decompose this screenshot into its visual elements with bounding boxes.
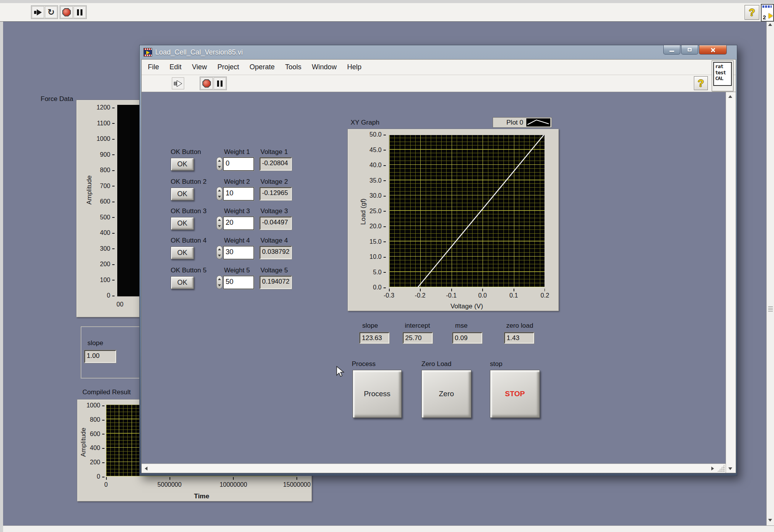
scroll-down-icon[interactable] <box>726 464 735 473</box>
screen-top-edge <box>0 0 774 3</box>
force-y-label: Amplitude <box>86 167 93 213</box>
close-button[interactable] <box>699 45 727 55</box>
context-help-button[interactable]: ? <box>745 5 759 20</box>
weight-spinner-2[interactable] <box>216 187 223 200</box>
weight-label-4: Weight 4 <box>224 237 250 245</box>
decrement-icon[interactable] <box>218 225 221 227</box>
ok-button-1[interactable]: OK <box>171 158 194 171</box>
ytick: 400 <box>100 230 115 236</box>
background-horizontal-scrollbar[interactable] <box>3 525 774 532</box>
voltage-value-4: 0.038792 <box>260 246 292 259</box>
zero-button[interactable]: Zero <box>421 370 471 418</box>
decrement-icon[interactable] <box>218 284 221 286</box>
compiled-x-label: Time <box>171 493 233 500</box>
ytick: 300 <box>100 246 115 252</box>
run-button[interactable] <box>172 77 184 89</box>
plot-legend[interactable]: Plot 0 <box>493 117 552 128</box>
ytick: 1100 <box>97 120 115 127</box>
menu-view[interactable]: View <box>192 63 207 71</box>
voltage-value-3: -0.04497 <box>260 217 292 230</box>
process-button[interactable]: Process <box>353 370 402 418</box>
vi-icon-panel[interactable]: rat test CAL <box>712 60 733 91</box>
ytick: 500 <box>100 214 115 221</box>
ytick: 1000 <box>86 402 104 409</box>
ok-button-5[interactable]: OK <box>171 276 194 289</box>
ok-button-2[interactable]: OK <box>171 188 194 200</box>
decrement-icon[interactable] <box>218 196 221 198</box>
ytick: 30.0 <box>370 193 386 199</box>
scroll-left-icon[interactable] <box>142 464 150 473</box>
weight-label-3: Weight 3 <box>224 207 250 215</box>
scroll-up-icon[interactable] <box>726 92 735 101</box>
increment-icon[interactable] <box>218 278 221 280</box>
weight-spinner-5[interactable] <box>216 275 223 289</box>
scroll-right-icon[interactable] <box>708 464 717 473</box>
ok-button-4[interactable]: OK <box>171 246 194 259</box>
increment-icon[interactable] <box>218 190 221 192</box>
pause-button[interactable] <box>214 77 226 89</box>
background-vertical-scrollbar[interactable] <box>766 22 774 525</box>
window-controls <box>663 45 727 55</box>
menu-operate[interactable]: Operate <box>250 63 275 71</box>
weight-spinner-4[interactable] <box>216 246 223 259</box>
xtick: 0 <box>104 482 108 488</box>
menu-window[interactable]: Window <box>312 63 337 71</box>
decrement-icon[interactable] <box>218 255 221 257</box>
vi-icon-button[interactable]: 2 <box>761 4 774 22</box>
weight-input-1[interactable]: 0 <box>223 157 254 171</box>
increment-icon[interactable] <box>218 219 221 221</box>
weight-spinner-1[interactable] <box>216 157 223 171</box>
ytick: 400 <box>90 445 104 451</box>
ytick: 35.0 <box>370 178 386 184</box>
stop-octagon-icon <box>62 8 71 17</box>
ok-caption-4: OK Button 4 <box>171 237 207 245</box>
legend-label: Plot 0 <box>507 119 523 127</box>
ytick: 600 <box>100 198 115 205</box>
voltage-label-3: Voltage 3 <box>260 207 288 215</box>
scroll-up-icon[interactable] <box>768 23 772 26</box>
increment-icon[interactable] <box>218 160 221 162</box>
window-title: Load_Cell_Cal_Version85.vi <box>155 48 243 56</box>
ytick: 45.0 <box>370 147 386 153</box>
zero-load-caption: Zero Load <box>421 360 452 368</box>
menu-edit[interactable]: Edit <box>170 63 182 71</box>
weight-input-3[interactable]: 20 <box>223 217 254 230</box>
intercept-value: 25.70 <box>403 332 433 344</box>
ok-button-3[interactable]: OK <box>171 217 194 230</box>
menu-tools[interactable]: Tools <box>285 63 301 71</box>
abort-button[interactable] <box>200 77 213 89</box>
run-continuous-button[interactable]: ↻ <box>45 6 57 18</box>
titlebar[interactable]: Load_Cell_Cal_Version85.vi <box>140 45 737 59</box>
fit-line <box>389 135 545 288</box>
decrement-icon[interactable] <box>218 166 221 168</box>
increment-icon[interactable] <box>218 248 221 250</box>
intercept-label: intercept <box>405 322 430 330</box>
weight-input-5[interactable]: 50 <box>223 276 254 289</box>
slope-value: 123.63 <box>360 332 389 344</box>
scrollbar-grip[interactable] <box>768 306 773 311</box>
menu-file[interactable]: File <box>148 63 159 71</box>
run-button[interactable] <box>32 6 44 18</box>
panel-horizontal-scrollbar[interactable] <box>142 464 726 473</box>
compiled-x-ticks-marks <box>106 477 297 480</box>
stop-button[interactable]: STOP <box>490 370 540 418</box>
zero-load-value: 1.43 <box>504 332 534 344</box>
weight-input-4[interactable]: 30 <box>223 246 254 259</box>
panel-vertical-scrollbar[interactable] <box>726 92 736 473</box>
context-help-button[interactable]: ? <box>694 76 708 90</box>
weight-spinner-3[interactable] <box>216 216 223 230</box>
abort-button[interactable] <box>60 6 73 18</box>
ytick: 1000 <box>96 136 115 142</box>
maximize-button[interactable] <box>681 45 698 55</box>
scroll-down-icon[interactable] <box>768 519 772 522</box>
stop-octagon-icon <box>202 79 211 88</box>
ytick: 200 <box>90 459 104 465</box>
menu-help[interactable]: Help <box>347 63 361 71</box>
voltage-value-2: -0.12965 <box>260 187 292 200</box>
run-continuous-icon: ↻ <box>48 8 55 17</box>
menu-project[interactable]: Project <box>217 63 239 71</box>
force-x-tick: 00 <box>113 301 127 308</box>
weight-input-2[interactable]: 10 <box>223 187 254 200</box>
minimize-button[interactable] <box>663 45 680 55</box>
pause-button[interactable] <box>74 6 86 18</box>
